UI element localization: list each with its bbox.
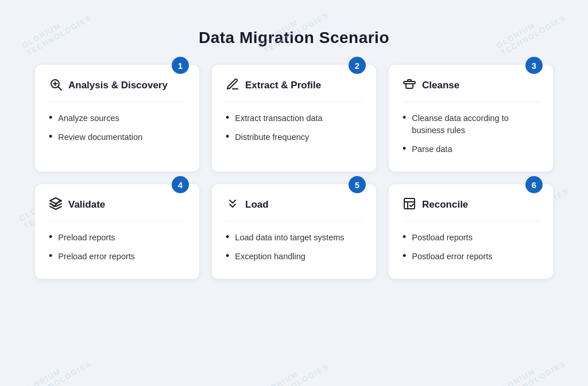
card-analysis-discovery: 1 Analysis & Discovery Analyze sources R… [34, 64, 200, 172]
watermark-br: GLORIUMTECHNOLOGIES [495, 352, 567, 386]
cards-grid: 1 Analysis & Discovery Analyze sources R… [34, 64, 554, 279]
card-validate: 4 Validate Preload reports Preload error… [34, 184, 200, 279]
card-title-1: Analysis & Discovery [68, 80, 168, 91]
card-badge-2: 2 [349, 57, 366, 74]
card-header-4: Validate [49, 197, 185, 221]
load-icon [226, 197, 239, 213]
card-badge-6: 6 [525, 176, 543, 193]
list-item: Exception handling [226, 251, 362, 263]
validate-icon [49, 197, 63, 213]
list-item: Analyze sources [49, 112, 185, 124]
main-container: GLORIUMTECHNOLOGIES GLORIUMTECHNOLOGIES … [11, 11, 577, 386]
card-title-3: Cleanse [422, 80, 459, 91]
svg-rect-4 [404, 198, 415, 209]
list-item: Cleanse data according to business rules [403, 112, 539, 137]
card-badge-1: 1 [172, 57, 189, 74]
card-header-2: Extract & Profile [226, 77, 362, 102]
card-header-1: Analysis & Discovery [49, 77, 185, 102]
card-list-6: Postload reports Postload error reports [403, 232, 539, 263]
list-item: Postload error reports [403, 251, 539, 263]
list-item: Parse data [403, 143, 539, 155]
card-load: 5 Load Load data into target systems Exc… [211, 184, 377, 279]
extract-icon [226, 77, 239, 93]
card-header-6: Reconcile [403, 197, 539, 221]
card-badge-5: 5 [349, 176, 366, 193]
page-title: Data Migration Scenario [34, 29, 554, 47]
card-list-1: Analyze sources Review documentation [49, 112, 185, 143]
card-header-3: Cleanse [403, 77, 539, 102]
card-list-5: Load data into target systems Exception … [226, 232, 362, 263]
cleanse-icon [403, 77, 416, 93]
card-title-5: Load [245, 199, 269, 210]
card-title-2: Extract & Profile [245, 80, 321, 91]
card-cleanse: 3 Cleanse Cleanse data according to busi… [388, 64, 554, 172]
card-badge-4: 4 [172, 176, 189, 193]
reconcile-icon [403, 197, 416, 213]
card-list-2: Extract transaction data Distribute freq… [226, 112, 362, 143]
card-list-3: Cleanse data according to business rules… [403, 112, 539, 155]
analysis-icon [49, 77, 63, 93]
svg-line-1 [59, 87, 62, 91]
card-badge-3: 3 [525, 57, 543, 74]
card-header-5: Load [226, 197, 362, 221]
list-item: Preload reports [49, 232, 185, 244]
card-extract-profile: 2 Extract & Profile Extract transaction … [211, 64, 377, 172]
watermark-bl: GLORIUMTECHNOLOGIES [21, 352, 93, 386]
card-list-4: Preload reports Preload error reports [49, 232, 185, 263]
list-item: Review documentation [49, 131, 185, 143]
list-item: Extract transaction data [226, 112, 362, 124]
watermark-bc: GLORIUMTECHNOLOGIES [258, 354, 330, 386]
list-item: Load data into target systems [226, 232, 362, 244]
card-title-6: Reconcile [422, 199, 468, 210]
list-item: Preload error reports [49, 251, 185, 263]
list-item: Distribute frequency [226, 131, 362, 143]
card-title-4: Validate [68, 199, 105, 210]
card-reconcile: 6 Reconcile Postload reports Postload er… [388, 184, 554, 279]
list-item: Postload reports [403, 232, 539, 244]
